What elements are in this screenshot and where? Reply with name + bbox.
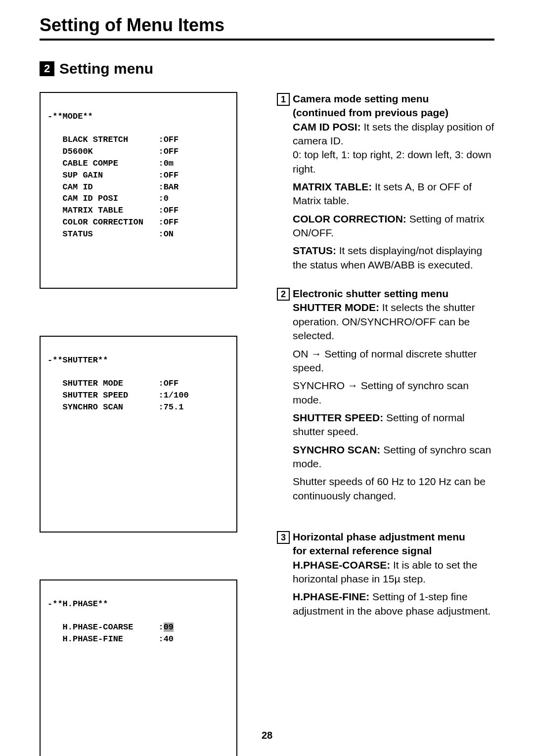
mode-row-value: :OFF	[158, 206, 178, 215]
shutter-row-value: :OFF	[158, 379, 178, 388]
hphase-header: -**H.PHASE**	[47, 599, 108, 609]
hphase-row-name: H.PHASE-FINE	[63, 634, 123, 644]
hphase-row-value-highlight: 09	[164, 623, 174, 632]
shutter-row-name: SYNCHRO SCAN	[63, 402, 123, 412]
shutter-row-value: :75.1	[158, 402, 183, 412]
synchro-text: SYNCHRO → Setting of synchro scan mode.	[277, 379, 494, 407]
desc-num-box: 2	[277, 288, 290, 301]
desc-title: Camera mode setting menu	[293, 93, 429, 104]
mode-row-name: CABLE COMPE	[63, 159, 118, 168]
shutter-mode-label: SHUTTER MODE:	[293, 302, 379, 313]
section-number-box: 2	[40, 61, 54, 76]
mode-row-name: STATUS	[63, 229, 93, 239]
status-label: STATUS:	[293, 245, 336, 256]
hphase-fine-label: H.PHASE-FINE:	[293, 591, 369, 602]
matrix-label: MATRIX TABLE:	[293, 181, 372, 192]
mode-row-name: MATRIX TABLE	[63, 206, 123, 215]
hphase-row-value-prefix: :	[158, 623, 163, 632]
color-label: COLOR CORRECTION:	[293, 213, 406, 224]
shutter-row-name: SHUTTER SPEED	[63, 391, 129, 400]
shutter-header: -**SHUTTER**	[47, 356, 108, 365]
desc-num-box: 1	[277, 93, 290, 106]
page-number: 28	[0, 730, 534, 741]
cam-id-posi-label: CAM ID POSI:	[293, 121, 361, 133]
mode-menu-screen: -**MODE** BLACK STRETCH :OFF D5600K :OFF…	[40, 92, 237, 289]
mode-row-name: CAM ID	[63, 182, 93, 192]
on-text: ON → Setting of normal discrete shutter …	[277, 347, 494, 375]
desc-num-box: 3	[277, 531, 290, 544]
mode-row-name: CAM ID POSI	[63, 194, 118, 203]
page-title: Setting of Menu Items	[40, 15, 494, 41]
desc-title: Electronic shutter setting menu	[293, 288, 448, 299]
mode-row-name: D5600K	[63, 147, 93, 156]
mode-header: -**MODE**	[47, 112, 93, 121]
mode-row-value: :BAR	[158, 182, 178, 192]
desc-title-cont: (continued from previous page)	[277, 106, 494, 120]
desc-hphase: 3Horizontal phase adjustment menu for ex…	[277, 530, 494, 618]
mode-row-value: :OFF	[158, 147, 178, 156]
synchro-scan-label: SYNCHRO SCAN:	[293, 444, 380, 455]
shutter-speed-label: SHUTTER SPEED:	[293, 412, 383, 423]
mode-row-value: :ON	[158, 229, 174, 239]
mode-row-value: :0	[158, 194, 168, 203]
mode-row-value: :0m	[158, 159, 174, 168]
mode-row-value: :OFF	[158, 218, 178, 227]
section-heading: 2 Setting menu	[40, 60, 494, 77]
section-title: Setting menu	[59, 60, 153, 77]
desc-electronic-shutter: 2Electronic shutter setting menu SHUTTER…	[277, 287, 494, 503]
shutter-menu-screen: -**SHUTTER** SHUTTER MODE :OFF SHUTTER S…	[40, 336, 237, 533]
desc-camera-mode: 1Camera mode setting menu (continued fro…	[277, 92, 494, 272]
desc-title-cont: for external reference signal	[277, 544, 494, 558]
mode-row-name: COLOR CORRECTION	[63, 218, 143, 227]
hphase-coarse-label: H.PHASE-COARSE:	[293, 559, 390, 571]
hphase-row-value: :40	[158, 634, 174, 644]
mode-row-value: :OFF	[158, 135, 178, 144]
cam-id-posi-text2: 0: top left, 1: top right, 2: down left,…	[293, 148, 494, 176]
desc-title: Horizontal phase adjustment menu	[293, 531, 465, 542]
range-text: Shutter speeds of 60 Hz to 120 Hz can be…	[277, 475, 494, 503]
hphase-row-name: H.PHASE-COARSE	[63, 623, 134, 632]
mode-row-name: BLACK STRETCH	[63, 135, 129, 144]
shutter-row-name: SHUTTER MODE	[63, 379, 123, 388]
mode-row-name: SUP GAIN	[63, 171, 103, 180]
mode-row-value: :OFF	[158, 171, 178, 180]
shutter-row-value: :1/100	[158, 391, 188, 400]
